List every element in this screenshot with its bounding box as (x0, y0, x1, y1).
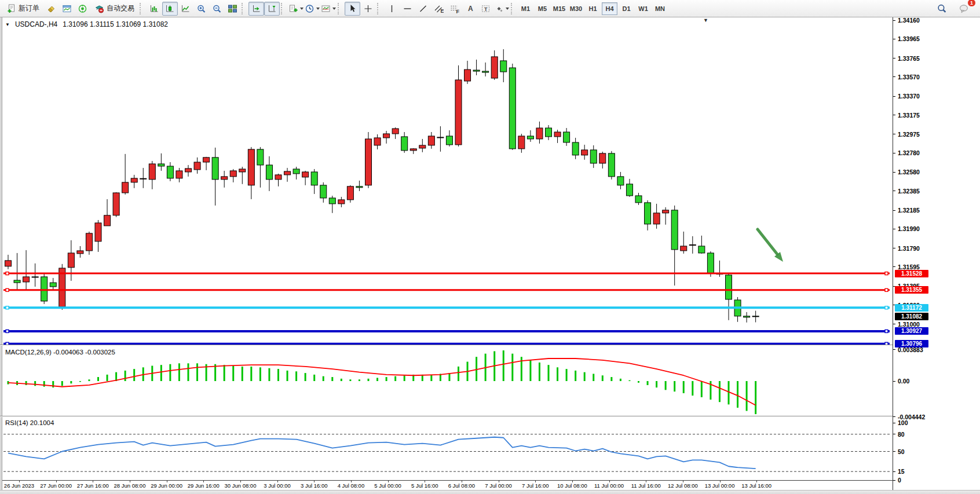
annotation-arrow-shaft[interactable] (758, 229, 777, 254)
candle-bull (663, 210, 669, 213)
chart-ohlc-values: 1.31096 1.31115 1.31069 1.31082 (63, 20, 168, 28)
candle-bull (455, 80, 462, 145)
chart-header: ▼ USDCAD-,H4 1.31096 1.31115 1.31069 1.3… (5, 20, 168, 28)
indicators-button[interactable] (288, 2, 304, 16)
candle-bear (707, 253, 714, 273)
price-tag-line[interactable]: 1.31355 (895, 286, 928, 294)
candle-bear (617, 177, 624, 185)
new-order-button[interactable]: 新订单 (2, 2, 43, 16)
zoom-in-button[interactable] (193, 2, 209, 16)
price-axis-label: 1.31000 (898, 321, 920, 328)
candle-bear (14, 280, 20, 283)
chart-shift-marker[interactable]: ▼ (703, 17, 708, 23)
time-axis-label: 5 Jul 00:00 (374, 482, 401, 489)
horizontal-line-tool-button[interactable] (400, 2, 415, 16)
candle-bull (230, 171, 236, 177)
line-handle[interactable] (885, 272, 888, 275)
cursor-icon (348, 4, 357, 13)
candle-bull (302, 172, 309, 177)
price-pane[interactable] (2, 17, 893, 345)
text-tool-button[interactable]: A (462, 2, 478, 16)
candle-bull (681, 246, 687, 251)
toolbar-grip (511, 3, 515, 14)
time-axis-label: 10 Jul 08:00 (557, 482, 587, 489)
line-handle[interactable] (6, 306, 9, 309)
time-axis[interactable]: 26 Jun 202327 Jun 00:0027 Jun 16:0028 Ju… (2, 480, 893, 490)
search-button[interactable] (934, 2, 949, 16)
notifications-button[interactable]: 1 (956, 2, 972, 16)
arrows-tool-button[interactable] (493, 2, 510, 16)
time-axis-label: 3 Jul 00:00 (264, 482, 290, 489)
auto-trading-button[interactable]: 自动交易 (90, 2, 138, 16)
candle-bull (275, 175, 281, 180)
price-axis[interactable]: 1.341601.339651.337651.335701.333701.331… (893, 17, 980, 490)
chart-shift-button[interactable] (264, 2, 280, 16)
candle-bull (653, 213, 660, 224)
fibonacci-icon: F (449, 4, 459, 13)
candle-bear (726, 275, 732, 299)
candle-bear (158, 164, 164, 166)
line-handle[interactable] (885, 288, 888, 291)
templates-button[interactable] (320, 2, 337, 16)
notification-badge: 1 (967, 0, 976, 7)
horizontal-line-icon (403, 4, 412, 13)
price-axis-label: 1.32185 (898, 207, 920, 214)
text-label-tool-button[interactable]: T (478, 2, 493, 16)
price-axis-tick (893, 134, 895, 134)
auto-scroll-button[interactable] (248, 2, 264, 16)
trendline-tool-button[interactable] (415, 2, 431, 16)
bar-chart-type-button[interactable] (147, 2, 162, 16)
candlestick-chart-type-button[interactable] (162, 2, 178, 16)
price-tag-line[interactable]: 1.30927 (895, 327, 928, 335)
line-handle[interactable] (885, 330, 888, 332)
candle-bull (582, 150, 588, 155)
toolbar-grip (377, 3, 382, 14)
crosshair-tool-button[interactable] (360, 2, 376, 16)
sound-alerts-button[interactable] (75, 2, 90, 16)
tile-windows-button[interactable] (225, 2, 240, 16)
main-toolbar: 新订单 自动交易 (0, 0, 980, 17)
timeframe-button-mn[interactable]: MN (652, 2, 668, 15)
macd-pane[interactable] (2, 345, 893, 416)
new-order-icon (6, 4, 16, 13)
candle-bull (284, 171, 291, 175)
timeframe-button-w1[interactable]: W1 (635, 2, 651, 15)
chart-shift-icon (267, 4, 277, 13)
price-tag-line[interactable]: 1.31528 (895, 270, 928, 277)
price-axis-label: 1.32975 (898, 131, 920, 138)
timeframe-group: M1M5M15M30H1H4D1W1MN (518, 2, 668, 15)
timeframe-button-m30[interactable]: M30 (568, 2, 584, 15)
periods-button[interactable] (304, 2, 320, 16)
timeframe-button-m5[interactable]: M5 (535, 2, 550, 15)
time-axis-label: 30 Jun 08:00 (224, 482, 256, 489)
cursor-tool-button[interactable] (345, 2, 360, 16)
line-handle[interactable] (6, 288, 9, 291)
line-chart-type-button[interactable] (178, 2, 193, 16)
rsi-axis-label: 50 (898, 448, 905, 455)
line-handle[interactable] (885, 306, 888, 309)
timeframe-button-h1[interactable]: H1 (585, 2, 601, 15)
zoom-out-button[interactable] (209, 2, 225, 16)
price-tag-line[interactable]: 1.31172 (895, 304, 928, 312)
price-axis-tick (893, 39, 895, 39)
symbol-dropdown-icon[interactable]: ▼ (5, 22, 10, 27)
line-handle[interactable] (6, 272, 9, 275)
timeframe-button-d1[interactable]: D1 (619, 2, 634, 15)
price-axis-tick (893, 172, 895, 173)
line-handle[interactable] (6, 330, 9, 332)
candle-bear (752, 316, 759, 317)
time-axis-label: 27 Jun 00:00 (40, 482, 72, 489)
candle-bear (311, 172, 317, 185)
equidistant-channel-tool-button[interactable]: E (431, 2, 447, 16)
price-axis-tick (893, 96, 895, 97)
price-tag-line[interactable]: 1.30796 (895, 340, 928, 347)
fibonacci-tool-button[interactable]: F (447, 2, 462, 16)
timeframe-button-h4[interactable]: H4 (602, 2, 617, 15)
profiles-button[interactable] (59, 2, 75, 16)
vertical-line-tool-button[interactable] (384, 2, 400, 16)
toolbar-grip (242, 3, 246, 14)
rsi-pane[interactable] (2, 417, 893, 480)
timeframe-button-m1[interactable]: M1 (518, 2, 533, 15)
delete-objects-button[interactable] (43, 2, 59, 16)
timeframe-button-m15[interactable]: M15 (551, 2, 567, 15)
